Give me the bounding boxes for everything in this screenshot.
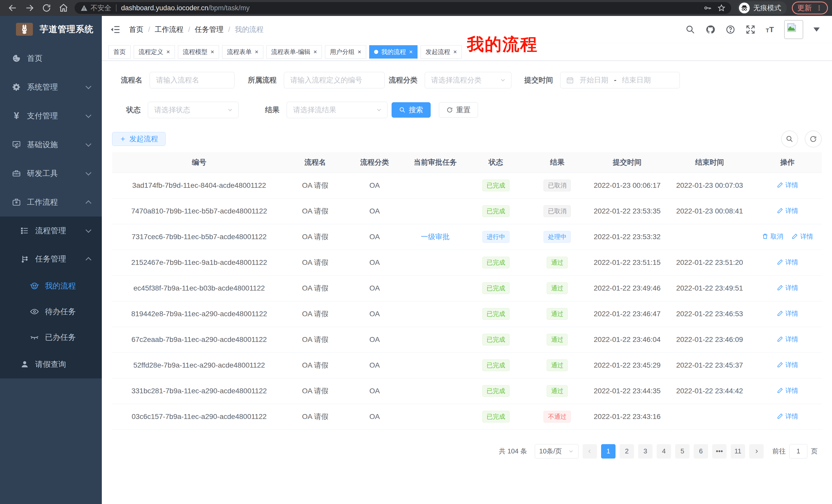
reload-icon[interactable] [42, 3, 51, 13]
tab-home[interactable]: 首页 [108, 45, 131, 59]
result-badge: 通过 [547, 257, 568, 269]
tab-close-icon[interactable]: × [453, 49, 457, 55]
cell-name: OA 请假 [286, 173, 344, 198]
start-date-placeholder[interactable]: 开始日期 [579, 75, 608, 85]
status-badge: 已完成 [482, 205, 510, 217]
sidebar-item-done-tasks[interactable]: 已办任务 [0, 325, 102, 350]
fullscreen-icon[interactable] [746, 25, 755, 34]
end-date-placeholder[interactable]: 结束日期 [622, 75, 651, 85]
submit-time-range-picker[interactable]: 开始日期 - 结束日期 [560, 72, 680, 88]
sidebar-item-todo-tasks[interactable]: 待办任务 [0, 299, 102, 325]
breadcrumb-home[interactable]: 首页 [129, 25, 144, 34]
process-definition-label: 所属流程 [248, 75, 277, 85]
current-task-link[interactable]: 一级审批 [421, 233, 450, 241]
tab-close-icon[interactable]: × [358, 49, 361, 55]
detail-button[interactable]: 详情 [777, 335, 798, 343]
sidebar-item-my-process[interactable]: 我的流程 [0, 273, 102, 299]
next-page-button[interactable] [749, 444, 763, 458]
tab-close-icon[interactable]: × [166, 49, 170, 55]
goto-page-input[interactable] [789, 444, 807, 458]
detail-button[interactable]: 详情 [777, 361, 798, 369]
tab-my-process[interactable]: 我的流程× [369, 45, 418, 59]
tab-close-icon[interactable]: × [211, 49, 214, 55]
process-definition-input[interactable] [284, 72, 385, 88]
github-icon[interactable] [705, 25, 715, 34]
breadcrumb-current: 我的流程 [235, 25, 263, 34]
page-size-select[interactable]: 10条/页 [535, 444, 578, 458]
show-search-button[interactable] [781, 131, 798, 147]
page-button-6[interactable]: 6 [694, 444, 708, 458]
page-button-4[interactable]: 4 [657, 444, 671, 458]
detail-button[interactable]: 详情 [777, 309, 798, 318]
detail-button[interactable]: 详情 [777, 181, 798, 189]
breadcrumb-task-mgmt[interactable]: 任务管理 [195, 25, 224, 34]
forward-icon[interactable] [25, 3, 34, 13]
cell-end-time: 2022-01-23 00:07:03 [666, 173, 753, 198]
detail-button[interactable]: 详情 [777, 412, 798, 421]
tab-user-group[interactable]: 用户分组× [325, 45, 366, 59]
sidebar-item-infra[interactable]: 基础设施 [0, 130, 102, 159]
font-size-icon[interactable]: TT [766, 26, 774, 33]
update-button[interactable]: 更新 [792, 2, 828, 15]
detail-button[interactable]: 详情 [777, 386, 798, 395]
warning-icon[interactable] [80, 4, 88, 12]
security-label[interactable]: 不安全 [90, 3, 111, 12]
cancel-button[interactable]: 取消 [762, 232, 783, 241]
update-label[interactable]: 更新 [797, 3, 812, 13]
detail-button[interactable]: 详情 [777, 206, 798, 215]
process-category-select[interactable] [425, 72, 511, 88]
star-icon[interactable] [717, 4, 726, 12]
page-content: 流程名 所属流程 流程分类 提交 [102, 61, 832, 504]
breadcrumb-workflow[interactable]: 工作流程 [155, 25, 184, 34]
help-icon[interactable] [726, 25, 735, 34]
search-button[interactable]: 搜索 [392, 102, 431, 118]
sidebar-item-process-mgmt[interactable]: 流程管理 [0, 217, 102, 245]
tab-start-process[interactable]: 发起流程× [421, 45, 462, 59]
tab-close-icon[interactable]: × [255, 49, 258, 55]
sidebar-item-label: 请假查询 [35, 359, 66, 370]
sidebar-item-home[interactable]: 首页 [0, 44, 102, 73]
page-button-5[interactable]: 5 [675, 444, 690, 458]
avatar[interactable] [784, 20, 803, 39]
tab-process-definition[interactable]: 流程定义× [134, 45, 175, 59]
page-button-3[interactable]: 3 [638, 444, 653, 458]
search-icon[interactable] [685, 25, 695, 34]
prev-page-button[interactable] [582, 444, 597, 458]
back-icon[interactable] [8, 3, 18, 13]
sidebar-item-workflow[interactable]: 工作流程 [0, 188, 102, 217]
refresh-table-button[interactable] [805, 131, 822, 147]
browser-menu-icon[interactable] [816, 5, 823, 11]
sidebar-item-pay[interactable]: ¥ 支付管理 [0, 102, 102, 130]
status-select[interactable] [148, 102, 239, 118]
sidebar-item-leave-query[interactable]: 请假查询 [0, 350, 102, 379]
key-icon[interactable] [703, 4, 712, 12]
process-name-input[interactable] [150, 72, 234, 88]
sidebar-item-devtools[interactable]: 研发工具 [0, 159, 102, 188]
chevron-down-icon [86, 141, 92, 147]
page-button-2[interactable]: 2 [620, 444, 634, 458]
reset-button[interactable]: 重置 [439, 102, 478, 118]
tab-process-form[interactable]: 流程表单× [222, 45, 263, 59]
tab-close-icon[interactable]: × [409, 49, 413, 55]
page-button-1[interactable]: 1 [601, 444, 616, 458]
address-bar[interactable]: 不安全 dashboard.yudao.iocoder.cn /bpm/task… [75, 2, 731, 14]
fold-menu-icon[interactable] [110, 24, 120, 35]
url-path[interactable]: /bpm/task/my [208, 4, 250, 12]
detail-button[interactable]: 详情 [777, 284, 798, 292]
tab-process-form-edit[interactable]: 流程表单-编辑× [266, 45, 322, 59]
avatar-dropdown-icon[interactable] [813, 27, 820, 32]
tab-process-model[interactable]: 流程模型× [178, 45, 219, 59]
tab-close-icon[interactable]: × [313, 49, 317, 55]
detail-button[interactable]: 详情 [777, 258, 798, 267]
toolbox-icon [11, 169, 21, 178]
page-button-11[interactable]: 11 [731, 444, 745, 458]
cell-id: 331bc281-7b9a-11ec-a290-acde48001122 [112, 378, 286, 404]
sidebar-item-system[interactable]: 系统管理 [0, 73, 102, 102]
result-select[interactable] [287, 102, 387, 118]
home-icon[interactable] [59, 3, 69, 13]
sidebar-item-task-mgmt[interactable]: 任务管理 [0, 245, 102, 273]
detail-button[interactable]: 详情 [791, 232, 813, 241]
url-host[interactable]: dashboard.yudao.iocoder.cn [121, 4, 208, 12]
page-more-button[interactable]: ••• [712, 444, 727, 458]
start-process-button[interactable]: 发起流程 [112, 132, 165, 146]
